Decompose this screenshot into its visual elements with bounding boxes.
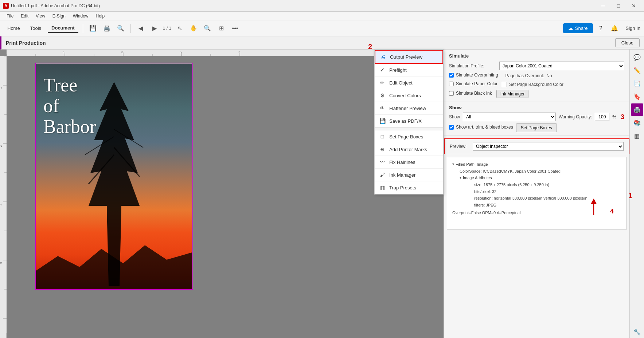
simulate-paper-color-label[interactable]: Simulate Paper Color	[456, 81, 497, 86]
sidebar-btn-3[interactable]: 📑	[631, 77, 643, 90]
sidebar-btn-5[interactable]: 📚	[631, 117, 643, 129]
ink-manager-icon: 🖌	[379, 172, 386, 178]
tab-tools[interactable]: Tools	[27, 24, 45, 32]
bits-line: bits/pixel: 32	[474, 188, 621, 195]
simulate-black-ink-checkbox[interactable]	[449, 91, 454, 96]
cursor-tool[interactable]: ↖	[174, 23, 185, 34]
search-button[interactable]: 🔍	[115, 23, 126, 34]
help-button[interactable]: ?	[596, 23, 606, 34]
tree-toggle-1[interactable]: ▾	[452, 161, 454, 167]
close-window-button[interactable]: ✕	[627, 2, 641, 9]
simulate-black-ink-label[interactable]: Simulate Black Ink	[456, 91, 492, 96]
preview-select[interactable]: Object Inspector	[473, 142, 624, 151]
color-swatch	[502, 82, 507, 87]
show-art-trim-label[interactable]: Show art, trim, & bleed boxes	[456, 125, 513, 130]
page-has-overprint-label: Page has Overprint:	[505, 73, 544, 78]
minimize-button[interactable]: ─	[596, 2, 610, 9]
svg-text:1: 1	[0, 87, 3, 89]
simulate-paper-color-checkbox[interactable]	[449, 82, 454, 86]
output-preview-item[interactable]: 🖨 Output Preview	[375, 50, 443, 64]
menu-help[interactable]: Help	[92, 13, 109, 19]
tab-home[interactable]: Home	[4, 24, 24, 32]
warning-opacity-input[interactable]: 100	[595, 113, 609, 121]
show-dropdown[interactable]: All	[463, 113, 556, 121]
snapshot-tool[interactable]: ⊞	[216, 23, 227, 34]
edit-object-item[interactable]: ✏ Edit Object	[375, 76, 443, 89]
menu-window[interactable]: Window	[69, 13, 92, 19]
titlebar: A Untitled-1.pdf - Adobe Acrobat Pro DC …	[0, 0, 644, 12]
toolbar-separator-2	[130, 24, 131, 33]
set-page-bg-label: Set Page Background Color	[509, 82, 563, 87]
set-page-boxes-icon: □	[379, 133, 386, 140]
page-overprint-info: Page has Overprint: No	[505, 73, 552, 78]
menubar: File Edit View E-Sign Window Help	[0, 12, 644, 20]
maximize-button[interactable]: □	[611, 2, 626, 9]
prev-page-button[interactable]: ◀	[135, 23, 146, 34]
preview-section: Preview: Object Inspector	[444, 138, 629, 154]
menu-esign[interactable]: E-Sign	[49, 13, 69, 19]
share-button[interactable]: ☁ Share	[563, 23, 593, 33]
notifications-button[interactable]: 🔔	[609, 23, 620, 34]
paper-color-row: Simulate Paper Color Set Page Background…	[449, 81, 624, 88]
preflight-item[interactable]: ✔ Preflight	[375, 64, 443, 76]
fix-hairlines-icon: 〰	[379, 159, 386, 165]
set-page-boxes-item[interactable]: □ Set Page Boxes	[375, 130, 443, 143]
close-print-production-button[interactable]: Close	[615, 38, 640, 47]
flattener-preview-label: Flattener Preview	[389, 106, 426, 111]
svg-text:3: 3	[121, 50, 123, 54]
sidebar-btn-1[interactable]: 💬	[631, 51, 643, 63]
ink-manager-button[interactable]: Ink Manager	[496, 90, 529, 98]
sidebar-btn-settings[interactable]: 🔧	[631, 326, 643, 338]
dropdown-divider	[375, 127, 443, 130]
zoom-tool[interactable]: 🔍	[202, 23, 213, 34]
print-button[interactable]: 🖨️	[101, 23, 112, 34]
window-controls: ─ □ ✕	[596, 2, 641, 9]
menu-view[interactable]: View	[32, 13, 49, 19]
share-icon: ☁	[568, 25, 573, 31]
tree-row-filled-path: ▾ Filled Path: Image	[452, 161, 621, 168]
svg-text:4: 4	[0, 204, 3, 205]
signin-button[interactable]: Sign In	[626, 25, 640, 31]
simulate-overprinting-checkbox[interactable]	[449, 73, 454, 78]
ink-manager-item[interactable]: 🖌 Ink Manager	[375, 169, 443, 181]
save-as-pdfx-icon: 💾	[379, 118, 386, 124]
convert-colors-item[interactable]: ⚙ Convert Colors	[375, 89, 443, 102]
next-page-button[interactable]: ▶	[149, 23, 160, 34]
preflight-icon: ✔	[379, 67, 386, 73]
sidebar-btn-4[interactable]: 🔖	[631, 90, 643, 103]
simulate-overprinting-label[interactable]: Simulate Overprinting	[456, 72, 498, 78]
save-button[interactable]: 💾	[87, 23, 98, 34]
sidebar-btn-2[interactable]: ✏️	[631, 64, 643, 76]
fix-hairlines-item[interactable]: 〰 Fix Hairlines	[375, 156, 443, 169]
pdf-page: TreeofBarbor	[36, 63, 192, 289]
save-as-pdfx-item[interactable]: 💾 Save as PDF/X	[375, 115, 443, 127]
ruler-left: 1 2 4 5	[0, 56, 7, 338]
simulation-profile-select[interactable]: Japan Color 2001 Coated	[499, 62, 624, 70]
tab-document[interactable]: Document	[48, 24, 78, 33]
preflight-label: Preflight	[389, 67, 407, 73]
set-page-boxes-button[interactable]: Set Page Boxes	[516, 123, 557, 132]
sidebar-btn-print-production[interactable]: 🖨️	[631, 103, 643, 116]
sidebar-btn-6[interactable]: ▦	[631, 130, 643, 142]
flattener-preview-item[interactable]: 👁 Flattener Preview	[375, 102, 443, 115]
svg-text:5: 5	[0, 262, 3, 264]
show-art-trim-checkbox[interactable]	[449, 125, 454, 130]
tree-child-colorspace: ColorSpace: ICCBasedCMYK, Japan Color 20…	[452, 168, 621, 175]
hand-tool[interactable]: ✋	[188, 23, 199, 34]
add-printer-marks-label: Add Printer Marks	[389, 147, 427, 152]
step-3-badge: 3	[621, 113, 624, 121]
menu-edit[interactable]: Edit	[17, 13, 32, 19]
convert-colors-icon: ⚙	[379, 92, 386, 99]
add-printer-marks-item[interactable]: ⊕ Add Printer Marks	[375, 143, 443, 156]
menu-file[interactable]: File	[3, 13, 17, 19]
more-tools[interactable]: •••	[230, 23, 241, 34]
trap-presets-item[interactable]: ▥ Trap Presets	[375, 181, 443, 194]
trap-presets-icon: ▥	[379, 184, 386, 191]
simulation-profile-row: Simulation Profile: Japan Color 2001 Coa…	[449, 62, 624, 70]
tree-toggle-2[interactable]: ▾	[460, 174, 461, 181]
set-bg-color-row: Set Page Background Color	[502, 82, 563, 87]
black-ink-row: Simulate Black Ink Ink Manager	[449, 90, 624, 98]
pdf-title-text: TreeofBarbor	[43, 75, 185, 137]
size-line: size: 1875 x 2775 pixels (6.250 x 9.250 …	[474, 181, 621, 188]
output-preview-icon: 🖨	[380, 54, 386, 60]
